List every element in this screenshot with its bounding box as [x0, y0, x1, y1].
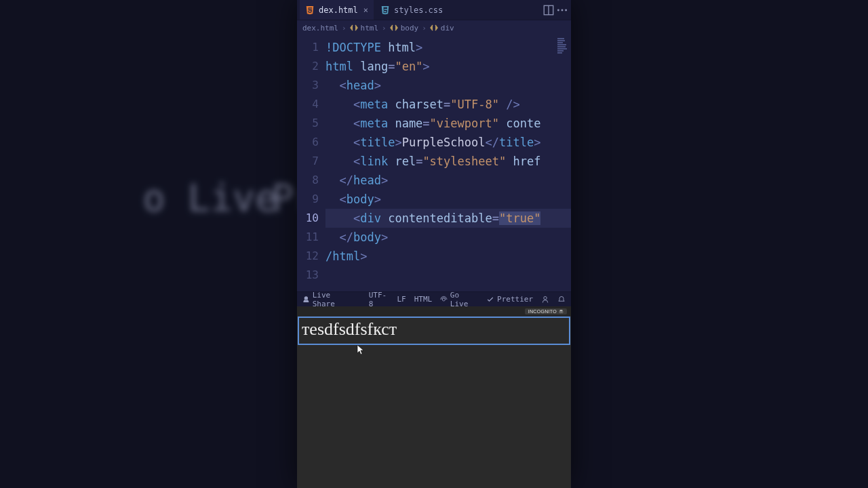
line-number: 9 [300, 190, 319, 209]
code-line[interactable]: </body> [326, 228, 571, 247]
tab-index-html[interactable]: dex.html × [300, 0, 374, 20]
code-line[interactable]: </head> [326, 171, 571, 190]
line-number: 7 [300, 152, 319, 171]
code-line[interactable] [326, 266, 571, 285]
mouse-cursor-icon [357, 344, 365, 355]
tab-label: dex.html [319, 5, 358, 15]
editor-tabs: dex.html × styles.css [297, 0, 571, 20]
code-line[interactable]: !DOCTYPE html> [326, 38, 571, 57]
tab-styles-css[interactable]: styles.css [375, 0, 448, 20]
line-number: 10 [300, 209, 319, 228]
incognito-badge: INCOGNITO [525, 308, 567, 314]
svg-point-6 [544, 296, 547, 300]
status-golive[interactable]: Go Live [440, 291, 478, 308]
line-number: 2 [300, 57, 319, 76]
code-line[interactable]: <title>PurpleSchool</title> [326, 133, 571, 152]
code-line[interactable]: <body> [326, 190, 571, 209]
line-number: 1 [300, 38, 319, 57]
svg-point-8 [561, 311, 564, 313]
breadcrumb: dex.html › html › body › div [297, 20, 571, 35]
line-number: 3 [300, 76, 319, 95]
status-encoding[interactable]: UTF-8 [369, 291, 389, 308]
status-bar: Live Share UTF-8 LF HTML Go Live Prettie… [297, 291, 571, 306]
svg-point-3 [561, 9, 564, 11]
split-editor-icon[interactable] [542, 4, 555, 16]
status-eol[interactable]: LF [397, 295, 406, 304]
breadcrumb-body[interactable]: body › [390, 24, 427, 33]
contenteditable-outline: теsdfsdfsfкст [298, 317, 570, 345]
tab-label: styles.css [394, 5, 443, 15]
line-number: 5 [300, 114, 319, 133]
browser-toolbar: INCOGNITO [297, 306, 571, 316]
status-language[interactable]: HTML [414, 295, 433, 304]
line-number: 11 [300, 228, 319, 247]
incognito-icon [559, 309, 564, 314]
line-number: 13 [300, 266, 319, 285]
close-icon[interactable]: × [363, 5, 368, 15]
line-number: 6 [300, 133, 319, 152]
svg-point-5 [442, 298, 445, 300]
breadcrumb-div[interactable]: div [430, 24, 454, 33]
svg-point-7 [559, 311, 561, 313]
status-liveshare[interactable]: Live Share [302, 291, 353, 308]
code-area[interactable]: 12345678910111213 !DOCTYPE html>html lan… [297, 35, 571, 291]
line-numbers: 12345678910111213 [297, 35, 326, 287]
code-line[interactable]: <div contenteditable="true" [326, 209, 571, 228]
more-actions-icon[interactable] [556, 4, 568, 16]
browser-preview: INCOGNITO теsdfsdfsfкст [297, 306, 571, 488]
status-feedback-icon[interactable] [541, 296, 549, 304]
code-line[interactable]: html lang="en"> [326, 57, 571, 76]
code-content[interactable]: !DOCTYPE html>html lang="en"> <head> <me… [326, 35, 571, 287]
contenteditable-div[interactable]: теsdfsdfsfкст [302, 319, 566, 341]
css-file-icon [380, 5, 390, 15]
status-prettier[interactable]: Prettier [486, 295, 533, 304]
code-line[interactable]: <meta charset="UTF-8" /> [326, 95, 571, 114]
html-file-icon [305, 5, 315, 15]
svg-point-2 [557, 9, 559, 11]
minimap[interactable] [557, 38, 568, 56]
svg-point-4 [565, 9, 567, 11]
code-line[interactable]: <meta name="viewport" conte [326, 114, 571, 133]
code-editor: dex.html × styles.css dex.html › [297, 0, 571, 306]
code-line[interactable]: /html> [326, 247, 571, 266]
breadcrumb-html[interactable]: html › [350, 24, 387, 33]
breadcrumb-file[interactable]: dex.html › [302, 24, 347, 33]
tag-icon [390, 24, 398, 32]
bg-status: o Live [143, 177, 278, 220]
line-number: 12 [300, 247, 319, 266]
tag-icon [430, 24, 438, 32]
main-column: dex.html × styles.css dex.html › [297, 0, 571, 488]
status-bell-icon[interactable] [557, 296, 566, 304]
code-line[interactable]: <link rel="stylesheet" href [326, 152, 571, 171]
tag-icon [350, 24, 358, 32]
line-number: 8 [300, 171, 319, 190]
code-line[interactable]: <head> [326, 76, 571, 95]
line-number: 4 [300, 95, 319, 114]
